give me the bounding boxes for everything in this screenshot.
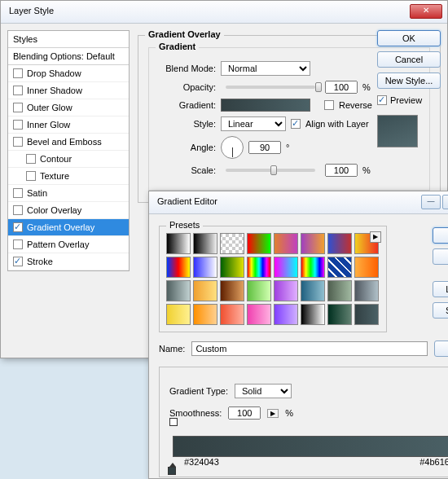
style-item-pattern-overlay[interactable]: Pattern Overlay bbox=[8, 236, 129, 253]
preset-swatch[interactable] bbox=[166, 233, 191, 254]
opacity-slider[interactable] bbox=[226, 86, 315, 89]
preset-swatch[interactable] bbox=[327, 304, 352, 325]
blend-mode-select[interactable]: Normal bbox=[221, 61, 310, 76]
style-item-inner-shadow[interactable]: Inner Shadow bbox=[8, 82, 129, 99]
name-input[interactable] bbox=[191, 341, 428, 356]
style-item-drop-shadow[interactable]: Drop Shadow bbox=[8, 65, 129, 82]
preset-swatch[interactable] bbox=[193, 304, 217, 325]
preset-swatch[interactable] bbox=[327, 257, 352, 278]
presets-group: Presets ▶ bbox=[159, 226, 387, 332]
color-stop-left[interactable] bbox=[168, 467, 178, 477]
minimize-icon[interactable]: — bbox=[421, 195, 441, 209]
style-label: Outer Glow bbox=[27, 103, 72, 112]
save-button[interactable]: Save... bbox=[433, 302, 448, 319]
style-checkbox[interactable] bbox=[26, 171, 36, 181]
preset-swatch[interactable] bbox=[166, 280, 191, 301]
style-select[interactable]: Linear bbox=[221, 116, 286, 131]
style-checkbox[interactable] bbox=[13, 137, 23, 147]
preset-swatch[interactable] bbox=[274, 257, 298, 278]
preset-swatch[interactable] bbox=[354, 304, 379, 325]
blending-options-header[interactable]: Blending Options: Default bbox=[8, 48, 129, 65]
style-checkbox[interactable] bbox=[13, 188, 23, 198]
preset-swatch[interactable] bbox=[354, 257, 379, 278]
style-checkbox[interactable] bbox=[13, 257, 23, 266]
preset-swatch[interactable] bbox=[301, 304, 325, 325]
style-item-inner-glow[interactable]: Inner Glow bbox=[8, 116, 129, 134]
preset-swatch[interactable] bbox=[247, 304, 271, 325]
scale-input[interactable] bbox=[325, 164, 358, 177]
preview-checkbox[interactable] bbox=[377, 95, 387, 105]
preset-swatch[interactable] bbox=[274, 233, 298, 254]
layer-style-titlebar[interactable]: Layer Style ✕ bbox=[1, 1, 447, 24]
style-checkbox[interactable] bbox=[13, 120, 23, 130]
opacity-stop-left[interactable] bbox=[169, 418, 178, 426]
style-item-stroke[interactable]: Stroke bbox=[8, 253, 129, 270]
style-label: Color Overlay bbox=[27, 205, 81, 215]
load-button[interactable]: Load... bbox=[433, 281, 448, 297]
style-label: Contour bbox=[40, 154, 72, 164]
preset-swatch[interactable] bbox=[301, 257, 325, 278]
new-button[interactable]: New bbox=[434, 341, 448, 357]
style-checkbox[interactable] bbox=[13, 205, 23, 215]
style-item-contour[interactable]: Contour bbox=[8, 151, 129, 168]
close-icon[interactable]: ✕ bbox=[410, 4, 442, 19]
ok-button[interactable]: OK bbox=[377, 30, 441, 46]
preset-swatch[interactable] bbox=[193, 257, 217, 278]
angle-input[interactable] bbox=[248, 141, 281, 154]
style-checkbox[interactable] bbox=[13, 103, 23, 112]
preset-swatch[interactable] bbox=[274, 304, 298, 325]
style-item-color-overlay[interactable]: Color Overlay bbox=[8, 202, 129, 219]
align-checkbox[interactable] bbox=[291, 119, 301, 129]
preset-swatch[interactable] bbox=[220, 233, 244, 254]
style-item-texture[interactable]: Texture bbox=[8, 168, 129, 185]
gradient-swatch[interactable] bbox=[221, 99, 310, 112]
preset-swatch[interactable] bbox=[220, 304, 244, 325]
preset-swatch[interactable] bbox=[274, 280, 298, 301]
preset-swatch[interactable] bbox=[247, 280, 271, 301]
style-checkbox[interactable] bbox=[13, 222, 23, 232]
preset-swatch[interactable] bbox=[166, 304, 191, 325]
cancel-button[interactable]: Cancel bbox=[377, 51, 441, 68]
preset-swatch[interactable] bbox=[193, 280, 217, 301]
styles-header[interactable]: Styles bbox=[8, 31, 129, 48]
preset-swatch[interactable] bbox=[220, 257, 244, 278]
preset-swatch[interactable] bbox=[247, 233, 271, 254]
preset-swatch[interactable] bbox=[301, 233, 325, 254]
style-label: Style: bbox=[159, 119, 216, 129]
styles-list: Styles Blending Options: Default Drop Sh… bbox=[7, 30, 130, 271]
preset-swatch[interactable] bbox=[327, 233, 352, 254]
gradient-editor-titlebar[interactable]: Gradient Editor — ☐ ✕ bbox=[149, 191, 448, 214]
ok-button[interactable]: OK bbox=[433, 227, 448, 244]
reverse-checkbox[interactable] bbox=[324, 100, 334, 110]
preset-swatch[interactable] bbox=[301, 280, 325, 301]
gradient-type-select[interactable]: Solid bbox=[235, 384, 292, 398]
new-style-button[interactable]: New Style... bbox=[377, 73, 441, 89]
scale-slider[interactable] bbox=[226, 169, 315, 172]
angle-dial[interactable] bbox=[221, 136, 244, 159]
preset-swatch[interactable] bbox=[193, 233, 217, 254]
presets-menu-icon[interactable]: ▶ bbox=[370, 231, 381, 243]
style-checkbox[interactable] bbox=[13, 68, 23, 78]
style-label: Gradient Overlay bbox=[27, 222, 94, 232]
style-item-outer-glow[interactable]: Outer Glow bbox=[8, 99, 129, 116]
smoothness-menu-icon[interactable]: ▶ bbox=[267, 409, 279, 418]
maximize-icon[interactable]: ☐ bbox=[442, 195, 448, 209]
preset-swatch[interactable] bbox=[354, 280, 379, 301]
style-item-satin[interactable]: Satin bbox=[8, 185, 129, 202]
gradient-bar[interactable]: #324043 #4b6166 bbox=[169, 428, 448, 465]
style-item-bevel-and-emboss[interactable]: Bevel and Emboss bbox=[8, 134, 129, 151]
style-label: Inner Shadow bbox=[27, 86, 82, 95]
style-checkbox[interactable] bbox=[13, 240, 23, 249]
preset-swatch[interactable] bbox=[327, 280, 352, 301]
style-checkbox[interactable] bbox=[26, 154, 36, 164]
style-item-gradient-overlay[interactable]: Gradient Overlay bbox=[8, 219, 129, 236]
dialog-title: Layer Style bbox=[9, 6, 54, 15]
style-checkbox[interactable] bbox=[13, 86, 23, 95]
preset-swatch[interactable] bbox=[247, 257, 271, 278]
preset-swatch[interactable] bbox=[220, 280, 244, 301]
smoothness-input[interactable] bbox=[228, 406, 261, 420]
reset-button[interactable]: Reset bbox=[433, 248, 448, 265]
opacity-input[interactable] bbox=[325, 81, 358, 94]
preview-swatch bbox=[377, 115, 418, 147]
preset-swatch[interactable] bbox=[166, 257, 191, 278]
